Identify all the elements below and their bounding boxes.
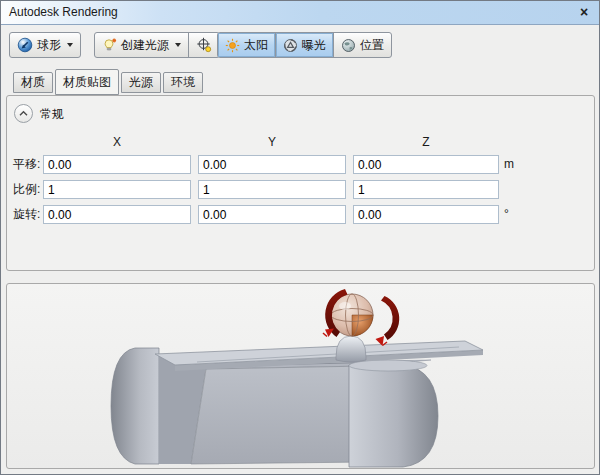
column-header-x: X — [43, 135, 191, 149]
sun-sky-toggle-group: 太阳 曝光 — [217, 32, 392, 58]
tab-material[interactable]: 材质 — [13, 72, 53, 93]
toggle-location-label: 位置 — [360, 37, 384, 54]
scale-x-input[interactable] — [43, 180, 191, 199]
light-button-group: 创建光源 — [94, 32, 220, 58]
lightbulb-icon — [102, 38, 117, 53]
tabstrip: 材质材质贴图光源环境 — [1, 67, 599, 94]
create-light-button[interactable]: 创建光源 — [95, 33, 188, 57]
desk-3d-preview — [7, 284, 594, 468]
mapping-preview-viewport[interactable] — [6, 283, 595, 469]
create-light-label: 创建光源 — [121, 37, 169, 54]
translate-x-input[interactable] — [43, 155, 191, 174]
globe-icon — [341, 38, 356, 53]
translate-z-input[interactable] — [353, 155, 499, 174]
window-title: Autodesk Rendering — [9, 5, 118, 19]
row-label-rotate: 旋转: — [13, 205, 46, 224]
chevron-up-icon — [17, 107, 30, 120]
chevron-down-icon — [175, 43, 181, 47]
general-section-panel: 常规 X Y Z 平移: m 比例: 旋转: ° — [6, 95, 595, 271]
collapse-section-button[interactable] — [14, 104, 33, 123]
rotate-y-input[interactable] — [198, 205, 346, 224]
tab-environment[interactable]: 环境 — [163, 72, 203, 93]
toggle-exposure-label: 曝光 — [302, 37, 326, 54]
autodesk-rendering-palette: Autodesk Rendering × 球形 — [0, 0, 600, 475]
chevron-down-icon — [67, 43, 73, 47]
close-icon[interactable]: × — [576, 3, 592, 21]
toggle-sun[interactable]: 太阳 — [218, 33, 275, 57]
translate-y-input[interactable] — [198, 155, 346, 174]
point-light-target-button[interactable] — [188, 33, 219, 57]
toolbar: 球形 创建光源 — [1, 24, 599, 66]
sphere-icon — [17, 37, 33, 53]
crosshair-target-icon — [196, 37, 212, 53]
mapping-type-button[interactable]: 球形 — [9, 32, 81, 58]
column-header-z: Z — [352, 135, 500, 149]
scale-z-input[interactable] — [353, 180, 499, 199]
row-label-translate: 平移: — [13, 155, 46, 174]
unit-label-degrees: ° — [504, 205, 528, 224]
toggle-location[interactable]: 位置 — [333, 33, 391, 57]
sun-icon — [225, 38, 240, 53]
desk-model — [111, 341, 483, 467]
mapping-type-label: 球形 — [37, 37, 61, 54]
toggle-sun-label: 太阳 — [244, 37, 268, 54]
unit-label-meters: m — [504, 155, 528, 174]
aperture-icon — [283, 38, 298, 53]
scale-y-input[interactable] — [198, 180, 346, 199]
section-title: 常规 — [40, 106, 64, 123]
tab-material-mapping[interactable]: 材质贴图 — [55, 69, 119, 95]
column-header-y: Y — [198, 135, 346, 149]
rotate-z-input[interactable] — [353, 205, 499, 224]
row-label-scale: 比例: — [13, 180, 46, 199]
tab-light[interactable]: 光源 — [121, 72, 161, 93]
rotate-x-input[interactable] — [43, 205, 191, 224]
toggle-exposure[interactable]: 曝光 — [275, 33, 333, 57]
titlebar: Autodesk Rendering × — [1, 1, 599, 25]
